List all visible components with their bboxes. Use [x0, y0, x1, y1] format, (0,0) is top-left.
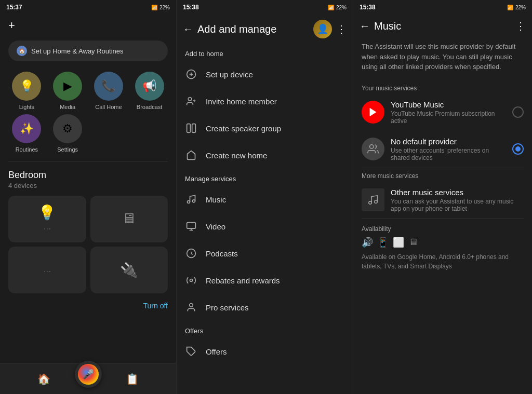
no-default-subtitle: Use other accounts' preferences on share… [391, 147, 506, 161]
device-dots-1: ··· [43, 223, 51, 234]
qa-routines[interactable]: ✨ Routines [8, 114, 45, 153]
youtube-music-radio[interactable] [512, 106, 524, 118]
no-default-info: No default provider Use other accounts' … [391, 137, 506, 161]
add-to-home-header: Add to home [177, 44, 353, 61]
pro-icon [185, 301, 197, 314]
mic-icon: 🎤 [78, 364, 99, 385]
svg-point-13 [190, 279, 193, 282]
device-card-3[interactable]: ··· [8, 247, 86, 293]
setup-device-label: Set up device [206, 70, 253, 79]
routines-banner-text: Set up Home & Away Routines [31, 47, 124, 55]
media-circle: ▶ [53, 72, 82, 101]
qa-lights[interactable]: 💡 Lights [8, 72, 45, 110]
nav-home[interactable]: 🏠 [37, 373, 50, 385]
back-button-3[interactable]: ← [360, 20, 370, 32]
room-section: Bedroom 4 devices [0, 164, 176, 189]
panel2-title: Add and manage [197, 23, 313, 35]
status-bar-3: 15:38 📶 22% [353, 0, 532, 15]
routines-circle: ✨ [12, 114, 41, 143]
broadcast-label: Broadcast [137, 104, 163, 110]
home-nav-icon: 🏠 [37, 373, 50, 385]
more-button-2[interactable]: ⋮ [336, 23, 347, 35]
panel3-title: Music [374, 20, 515, 32]
device-card-4[interactable]: 🔌 [90, 247, 168, 293]
bottom-nav: 🏠 🎤 📋 [0, 363, 176, 394]
device-card-2[interactable]: 🖥 [90, 196, 168, 242]
availability-label: Availability [362, 225, 524, 233]
wifi-icon-2: 📶 [328, 5, 334, 10]
offers-item[interactable]: Offers [177, 338, 353, 365]
video-label: Video [206, 222, 225, 231]
svg-rect-6 [187, 124, 191, 133]
setup-device-item[interactable]: Set up device [177, 61, 353, 88]
mic-fab-button[interactable]: 🎤 [75, 361, 102, 388]
more-button-3[interactable]: ⋮ [515, 20, 526, 32]
turn-off-button[interactable]: Turn off [0, 302, 176, 310]
other-music-item[interactable]: Other music services You can ask your As… [353, 182, 532, 219]
tv-avail-icon: 🖥 [408, 237, 418, 248]
qa-callhome[interactable]: 📞 Call Home [90, 72, 127, 110]
qa-media[interactable]: ▶ Media [49, 72, 86, 110]
no-default-radio[interactable] [512, 143, 524, 155]
youtube-music-subtitle: YouTube Music Premium subscription activ… [391, 110, 506, 125]
music-item[interactable]: Music [177, 186, 353, 213]
qa-settings[interactable]: ⚙ Settings [49, 114, 86, 153]
settings-circle: ⚙ [53, 114, 82, 143]
monitor-icon: 🖥 [122, 210, 136, 227]
radio-inner [515, 146, 521, 152]
other-music-icon [362, 188, 384, 211]
list-nav-icon: 📋 [126, 373, 139, 385]
rebates-label: Rebates and rewards [206, 276, 280, 285]
svg-point-18 [369, 201, 372, 205]
more-music-label: More music services [353, 168, 532, 182]
create-speaker-label: Create speaker group [206, 124, 281, 133]
device-dots-3: ··· [43, 266, 51, 277]
avatar-icon: 👤 [317, 23, 328, 35]
invite-icon [185, 95, 197, 107]
panel-google-home: 15:37 📶 22% + 🏠 Set up Home & Away Routi… [0, 0, 177, 394]
music-icon [185, 193, 197, 206]
other-music-subtitle: You can ask your Assistant to use any mu… [391, 198, 524, 212]
svg-point-17 [370, 145, 374, 148]
room-subtitle: 4 devices [8, 182, 168, 189]
no-default-item[interactable]: No default provider Use other accounts' … [353, 131, 532, 168]
avatar[interactable]: 👤 [313, 20, 332, 38]
status-bar-2: 15:38 📶 22% [177, 0, 353, 15]
offers-header: Offers [177, 321, 353, 338]
no-provider-icon [362, 138, 384, 160]
back-button-2[interactable]: ← [183, 23, 193, 35]
battery-1: 22% [159, 5, 170, 10]
speaker-icon [185, 122, 197, 134]
panel-add-manage: 15:38 📶 22% ← Add and manage 👤 ⋮ Add to … [177, 0, 353, 394]
qa-broadcast[interactable]: 📢 Broadcast [131, 72, 168, 110]
create-home-item[interactable]: Create new home [177, 142, 353, 169]
panel2-header: ← Add and manage 👤 ⋮ [177, 15, 353, 44]
routines-banner[interactable]: 🏠 Set up Home & Away Routines [8, 40, 168, 61]
pro-services-item[interactable]: Pro services [177, 294, 353, 321]
other-music-name: Other music services [391, 188, 524, 197]
device-card-1[interactable]: 💡 ··· [8, 196, 86, 242]
divider-1 [8, 161, 168, 161]
panel3-header: ← Music ⋮ [353, 15, 532, 37]
callhome-circle: 📞 [94, 72, 123, 101]
svg-point-3 [188, 98, 192, 101]
availability-icons: 🔊 📱 ⬜ 🖥 [362, 237, 524, 248]
youtube-music-name: YouTube Music [391, 100, 506, 109]
video-item[interactable]: Video [177, 213, 353, 240]
availability-text: Available on Google Home, Android 6.0+ p… [362, 252, 524, 271]
invite-member-label: Invite home member [206, 97, 277, 106]
manage-services-header: Manage services [177, 169, 353, 186]
podcasts-item[interactable]: Podcasts [177, 240, 353, 267]
add-button[interactable]: + [8, 19, 15, 32]
create-home-label: Create new home [206, 151, 267, 160]
plug-icon: 🔌 [120, 262, 138, 279]
youtube-music-item[interactable]: YouTube Music YouTube Music Premium subs… [353, 94, 532, 131]
create-speaker-item[interactable]: Create speaker group [177, 115, 353, 142]
nav-list[interactable]: 📋 [126, 373, 139, 385]
rebates-item[interactable]: Rebates and rewards [177, 267, 353, 294]
invite-member-item[interactable]: Invite home member [177, 88, 353, 115]
youtube-music-logo [362, 101, 384, 124]
time-2: 15:38 [183, 4, 199, 11]
podcasts-icon [185, 247, 197, 260]
panel-music: 15:38 📶 22% ← Music ⋮ The Assistant will… [353, 0, 532, 394]
